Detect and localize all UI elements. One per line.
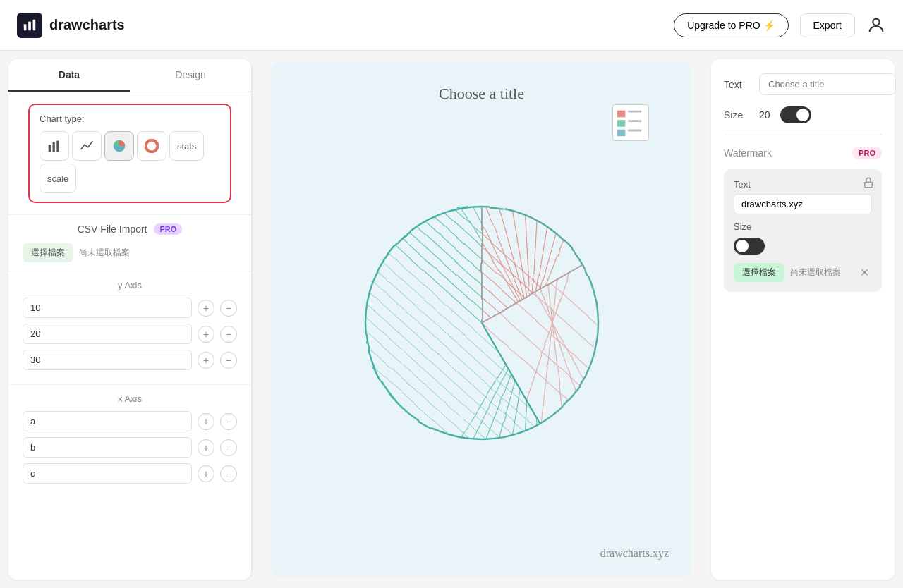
y-axis-section: y Axis + − + − + − bbox=[8, 271, 251, 384]
title-row: Text bbox=[724, 73, 882, 95]
svg-rect-13 bbox=[628, 130, 641, 132]
chart-area: Choose a title bbox=[272, 62, 691, 577]
wm-toggle-knob bbox=[736, 240, 749, 252]
svg-rect-10 bbox=[617, 120, 626, 127]
x-axis-remove-0[interactable]: − bbox=[220, 413, 237, 430]
y-axis-remove-0[interactable]: − bbox=[220, 300, 237, 317]
chart-btn-stats[interactable]: stats bbox=[169, 131, 204, 161]
svg-rect-5 bbox=[53, 142, 55, 152]
y-axis-remove-2[interactable]: − bbox=[220, 352, 237, 369]
svg-rect-2 bbox=[33, 19, 36, 30]
y-axis-row-0: + − bbox=[23, 298, 237, 318]
title-input[interactable] bbox=[759, 73, 896, 95]
divider bbox=[724, 135, 882, 135]
svg-rect-12 bbox=[617, 130, 626, 137]
wm-file-label: 尚未選取檔案 bbox=[790, 267, 851, 278]
x-axis-section: x Axis + − + − + − bbox=[8, 384, 251, 498]
chart-btn-donut[interactable] bbox=[137, 131, 166, 161]
wm-size-toggle[interactable] bbox=[734, 238, 765, 255]
y-axis-add-1[interactable]: + bbox=[198, 326, 214, 343]
main-layout: Data Design Chart type: bbox=[0, 51, 903, 588]
y-axis-remove-1[interactable]: − bbox=[220, 326, 237, 343]
wm-file-button[interactable]: 選擇檔案 bbox=[734, 263, 784, 282]
x-axis-add-2[interactable]: + bbox=[198, 465, 214, 482]
svg-point-3 bbox=[873, 18, 879, 25]
wm-close-button[interactable]: ✕ bbox=[856, 265, 872, 281]
tab-data[interactable]: Data bbox=[8, 59, 130, 92]
svg-rect-8 bbox=[617, 111, 626, 118]
right-panel: Text Size 20 Watermark PRO Text bbox=[711, 59, 895, 580]
y-axis-row-2: + − bbox=[23, 350, 237, 370]
lock-icon bbox=[862, 176, 875, 192]
svg-line-36 bbox=[454, 196, 616, 450]
watermark-section-label: Watermark bbox=[724, 147, 772, 159]
x-axis-row-0: + − bbox=[23, 411, 237, 431]
svg-line-43 bbox=[355, 196, 616, 450]
y-axis-title: y Axis bbox=[23, 280, 237, 290]
svg-rect-9 bbox=[628, 111, 641, 113]
file-select-button[interactable]: 選擇檔案 bbox=[23, 243, 73, 262]
size-value: 20 bbox=[759, 109, 770, 121]
x-axis-add-1[interactable]: + bbox=[198, 439, 214, 456]
left-panel: Data Design Chart type: bbox=[8, 59, 252, 580]
svg-line-41 bbox=[510, 196, 595, 450]
user-icon[interactable] bbox=[866, 16, 886, 35]
scale-label: scale bbox=[47, 173, 68, 184]
upgrade-button[interactable]: Upgrade to PRO ⚡ bbox=[674, 13, 788, 37]
header-right: Upgrade to PRO ⚡ Export bbox=[674, 13, 886, 37]
svg-rect-0 bbox=[24, 24, 27, 30]
y-axis-row-1: + − bbox=[23, 324, 237, 344]
svg-rect-6 bbox=[56, 141, 59, 152]
svg-line-15 bbox=[355, 196, 616, 450]
csv-title: CSV File Import bbox=[78, 223, 147, 235]
wm-text-label: Text bbox=[734, 179, 872, 190]
size-toggle[interactable] bbox=[780, 106, 811, 123]
y-axis-input-1[interactable] bbox=[23, 324, 192, 344]
x-axis-remove-2[interactable]: − bbox=[220, 465, 237, 482]
file-label: 尚未選取檔案 bbox=[79, 247, 130, 259]
chart-btn-bar[interactable] bbox=[40, 131, 69, 161]
y-axis-input-0[interactable] bbox=[23, 298, 192, 318]
watermark-pro-badge: PRO bbox=[852, 147, 882, 159]
chart-type-icons: stats scale bbox=[40, 131, 220, 193]
svg-rect-76 bbox=[865, 182, 873, 188]
x-axis-title: x Axis bbox=[23, 393, 237, 404]
toggle-knob bbox=[796, 109, 809, 121]
y-axis-input-2[interactable] bbox=[23, 350, 192, 370]
x-axis-row-2: + − bbox=[23, 463, 237, 484]
csv-pro-badge: PRO bbox=[154, 223, 182, 235]
x-axis-input-0[interactable] bbox=[23, 411, 192, 431]
chart-legend-icon bbox=[612, 104, 649, 144]
chart-type-label: Chart type: bbox=[40, 114, 220, 124]
pie-chart-svg bbox=[348, 185, 616, 453]
size-row: Size 20 bbox=[724, 106, 882, 123]
text-label: Text bbox=[724, 79, 752, 90]
wm-text-input[interactable] bbox=[734, 194, 872, 214]
panel-tabs: Data Design bbox=[8, 59, 251, 92]
stats-label: stats bbox=[177, 141, 196, 152]
chart-btn-pie[interactable] bbox=[104, 131, 134, 161]
y-axis-add-0[interactable]: + bbox=[198, 300, 214, 317]
chart-type-box: Chart type: bbox=[28, 104, 231, 203]
y-axis-add-2[interactable]: + bbox=[198, 352, 214, 369]
x-axis-row-1: + − bbox=[23, 437, 237, 458]
x-axis-input-2[interactable] bbox=[23, 463, 192, 484]
export-button[interactable]: Export bbox=[800, 13, 855, 37]
svg-line-70 bbox=[348, 323, 616, 453]
svg-line-69 bbox=[348, 309, 616, 453]
logo-icon bbox=[17, 13, 42, 38]
logo: drawcharts bbox=[17, 13, 125, 38]
app-name: drawcharts bbox=[49, 17, 125, 33]
svg-line-19 bbox=[411, 196, 616, 450]
x-axis-input-1[interactable] bbox=[23, 437, 192, 458]
tab-design[interactable]: Design bbox=[130, 59, 251, 92]
file-select-row: 選擇檔案 尚未選取檔案 bbox=[23, 243, 237, 262]
x-axis-remove-1[interactable]: − bbox=[220, 439, 237, 456]
chart-watermark: drawcharts.xyz bbox=[600, 547, 669, 560]
chart-btn-scale[interactable]: scale bbox=[40, 164, 76, 193]
x-axis-add-0[interactable]: + bbox=[198, 413, 214, 430]
watermark-card: Text Size 選擇檔案 尚未選取檔案 ✕ bbox=[724, 169, 882, 292]
chart-btn-line[interactable] bbox=[72, 131, 102, 161]
wm-size-label: Size bbox=[734, 221, 872, 232]
csv-section: CSV File Import PRO bbox=[8, 214, 251, 243]
